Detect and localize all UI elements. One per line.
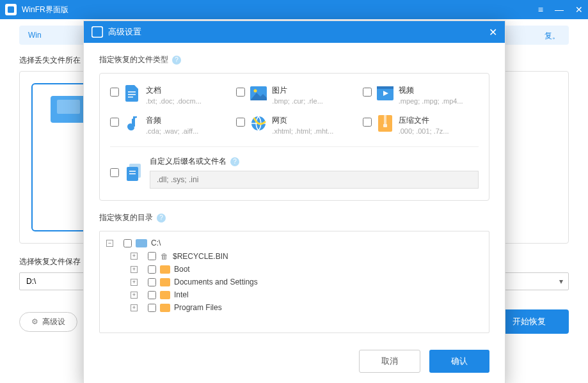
checkbox-document[interactable] xyxy=(110,88,119,97)
type-item-webpage[interactable]: 网页.xhtml; .html; .mht... xyxy=(236,115,352,135)
file-types-section-label: 指定恢复的文件类型 ? xyxy=(99,54,489,65)
modal-titlebar: 高级设置 ✕ xyxy=(84,21,505,43)
app-title: WinFR界面版 xyxy=(22,4,538,15)
custom-label: 自定义后缀名或文件名 ? xyxy=(150,156,479,167)
svg-rect-2 xyxy=(128,91,136,93)
tree-checkbox[interactable] xyxy=(148,291,156,299)
modal-logo-icon xyxy=(91,26,103,38)
checkbox-webpage[interactable] xyxy=(236,118,245,127)
type-item-video[interactable]: 视频.mpeg; .mpg; .mp4... xyxy=(363,85,479,105)
drive-icon xyxy=(51,96,86,123)
tree-row-root[interactable]: − C:\ xyxy=(106,237,482,249)
tree-checkbox[interactable] xyxy=(148,265,156,274)
ok-button[interactable]: 确认 xyxy=(429,350,489,373)
tree-checkbox[interactable] xyxy=(148,304,156,312)
tree-checkbox[interactable] xyxy=(148,278,156,286)
tree-row[interactable]: + Boot xyxy=(106,263,482,276)
folder-icon xyxy=(160,304,170,312)
svg-rect-1 xyxy=(93,27,102,37)
modal-footer: 取消 确认 xyxy=(84,341,505,383)
document-icon xyxy=(124,85,141,102)
image-icon xyxy=(250,85,267,102)
menu-button[interactable]: ≡ xyxy=(538,4,543,15)
cancel-button[interactable]: 取消 xyxy=(359,350,420,373)
audio-icon xyxy=(124,115,141,132)
expand-icon[interactable]: + xyxy=(131,266,138,273)
folder-icon xyxy=(160,278,170,286)
folder-icon xyxy=(160,291,170,299)
main-titlebar: WinFR界面版 ≡ — ✕ xyxy=(0,0,588,19)
svg-rect-18 xyxy=(129,171,136,172)
tree-row[interactable]: + Documents and Settings xyxy=(106,276,482,288)
checkbox-custom[interactable] xyxy=(110,168,119,177)
svg-rect-10 xyxy=(133,116,135,127)
expand-icon[interactable]: + xyxy=(131,253,138,260)
gear-icon: ⚙ xyxy=(31,317,38,326)
svg-rect-19 xyxy=(129,173,136,175)
custom-extension-row: 自定义后缀名或文件名 ? xyxy=(110,146,479,189)
close-button[interactable]: ✕ xyxy=(575,4,583,15)
modal-close-button[interactable]: ✕ xyxy=(489,26,497,38)
drive-icon xyxy=(136,239,147,247)
directory-tree[interactable]: − C:\ + 🗑 $RECYCLE.BIN + Boot xyxy=(99,231,489,333)
help-icon[interactable]: ? xyxy=(157,214,166,223)
svg-rect-0 xyxy=(8,6,14,13)
expand-icon[interactable]: + xyxy=(131,279,138,286)
svg-rect-3 xyxy=(128,94,136,95)
advanced-settings-button[interactable]: ⚙ 高级设 xyxy=(19,312,77,332)
modal-title: 高级设置 xyxy=(108,26,489,38)
svg-rect-14 xyxy=(384,115,386,124)
archive-icon xyxy=(377,115,393,132)
web-icon xyxy=(250,115,267,132)
advanced-settings-modal: 高级设置 ✕ 指定恢复的文件类型 ? 文档.txt; .doc; .docm..… xyxy=(83,20,505,383)
tree-row[interactable]: + Intel xyxy=(106,288,482,301)
expand-icon[interactable]: + xyxy=(131,292,138,299)
svg-rect-4 xyxy=(128,97,133,98)
custom-extension-input[interactable] xyxy=(150,171,479,189)
checkbox-video[interactable] xyxy=(363,88,372,97)
checkbox-archive[interactable] xyxy=(363,118,372,127)
chevron-down-icon[interactable]: ▾ xyxy=(559,277,563,286)
expand-icon[interactable]: + xyxy=(131,304,138,311)
type-item-image[interactable]: 图片.bmp; .cur; .rle... xyxy=(236,85,352,105)
svg-rect-15 xyxy=(383,124,387,127)
tree-row[interactable]: + Program Files xyxy=(106,301,482,314)
directories-section-label: 指定恢复的目录 ? xyxy=(99,212,489,223)
help-icon[interactable]: ? xyxy=(230,157,239,166)
app-logo-icon xyxy=(5,4,17,15)
type-item-document[interactable]: 文档.txt; .doc; .docm... xyxy=(110,85,226,105)
file-types-panel: 文档.txt; .doc; .docm... 图片.bmp; .cur; .rl… xyxy=(99,73,489,201)
help-icon[interactable]: ? xyxy=(172,56,181,65)
folder-icon xyxy=(160,265,170,274)
video-icon xyxy=(377,85,393,102)
svg-rect-8 xyxy=(377,86,393,89)
document-stack-icon xyxy=(125,164,143,182)
trash-icon: 🗑 xyxy=(160,251,169,261)
tree-row[interactable]: + 🗑 $RECYCLE.BIN xyxy=(106,249,482,263)
svg-point-6 xyxy=(254,90,257,93)
minimize-button[interactable]: — xyxy=(555,4,564,15)
type-item-audio[interactable]: 音频.cda; .wav; .aiff... xyxy=(110,115,226,135)
tree-checkbox[interactable] xyxy=(123,239,132,247)
collapse-icon[interactable]: − xyxy=(106,240,113,247)
checkbox-image[interactable] xyxy=(236,88,245,97)
checkbox-audio[interactable] xyxy=(110,118,119,127)
tree-checkbox[interactable] xyxy=(148,252,156,260)
type-item-archive[interactable]: 压缩文件.000; .001; .7z... xyxy=(363,115,479,135)
